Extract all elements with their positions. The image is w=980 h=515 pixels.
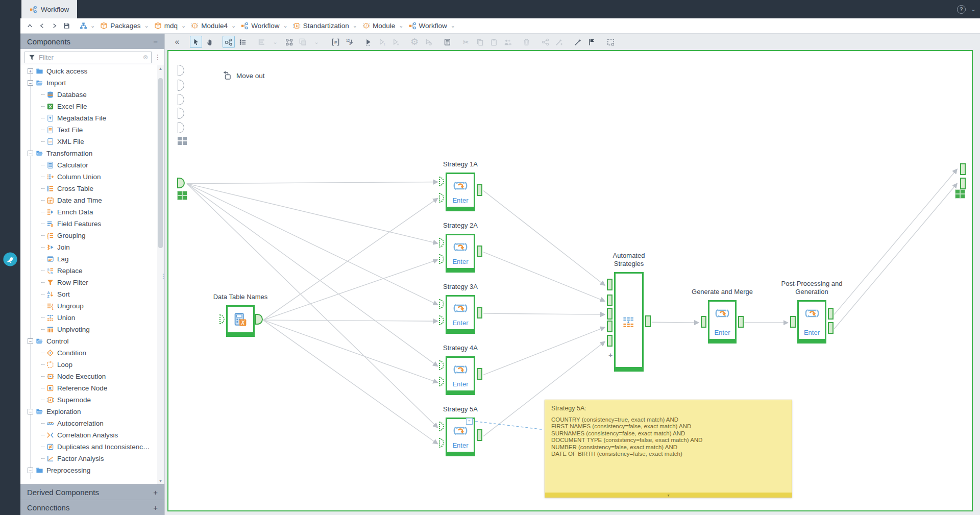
tree-item-date-and-time[interactable]: Date and Time [20,194,164,206]
renumber-button[interactable]: # [329,36,341,48]
cut-button[interactable]: ✂ [460,36,472,48]
port-group-icon[interactable] [178,137,187,145]
canvas-overflow-handle[interactable]: … [574,509,582,515]
chevron-down-icon[interactable]: ⌄ [181,22,186,29]
align-button[interactable] [255,36,267,48]
node-input-port[interactable] [439,299,444,309]
node-input-port[interactable] [439,238,444,248]
node-strategy-4a[interactable]: Enter [446,356,475,395]
tree-item-field-features[interactable]: Field Features [20,218,164,230]
add-derived-icon[interactable]: + [153,488,158,497]
tree-item-factor-analysis[interactable]: Factor Analysis [20,453,164,464]
tree-expander-icon[interactable]: − [28,468,33,473]
move-out-control[interactable]: Move out [222,70,265,81]
canvas-input-port[interactable] [177,178,185,188]
node-output-port[interactable] [645,315,651,327]
tree-item-column-union[interactable]: Column Union [20,171,164,183]
node-input-port[interactable] [439,254,444,264]
copy-button[interactable] [474,36,486,48]
node-output-port[interactable] [477,368,482,380]
tree-item-lag[interactable]: Lag [20,253,164,265]
node-strategy-2a[interactable]: Enter [446,234,475,273]
panel-splitter[interactable]: ⋮ [160,273,164,280]
run-button[interactable] [362,36,374,48]
add-connection-icon[interactable]: + [153,503,158,512]
canvas-input-port[interactable] [178,80,184,91]
tree-item-sort[interactable]: AZSort [20,288,164,300]
chevron-down-icon[interactable]: ⌄ [144,22,149,29]
node-output-port[interactable] [255,314,263,325]
tree-expander-icon[interactable]: + [28,68,33,74]
breadcrumb-item-workflow[interactable]: Workflow⌄ [241,22,287,30]
canvas-input-port[interactable] [178,108,184,119]
node-input-port[interactable] [439,422,444,431]
filter-input[interactable] [39,54,140,61]
tree-item-join[interactable]: Join [20,241,164,253]
node-enter-link[interactable]: Enter [447,197,474,204]
node-output-port[interactable] [477,184,482,196]
add-port-icon[interactable]: + [608,351,612,359]
node-input-port[interactable] [607,279,612,290]
breadcrumb-item-packages[interactable]: Packages⌄ [100,22,149,30]
port-group-icon[interactable] [178,191,187,200]
node-output-port[interactable] [738,316,744,328]
canvas-input-port[interactable] [178,94,184,105]
cursor-button[interactable] [190,36,202,48]
node-input-port[interactable] [439,377,444,386]
tree-item-control[interactable]: −Control [20,335,164,347]
canvas-output-port[interactable] [960,178,966,189]
hand-button[interactable] [204,36,216,48]
node-input-port[interactable] [439,177,444,186]
tree-expander-icon[interactable]: − [28,151,33,156]
paste-button[interactable] [487,36,500,48]
node-input-port[interactable] [790,316,796,328]
tree-item-row-filter[interactable]: Row Filter [20,277,164,288]
derived-components-header[interactable]: Derived Components + [20,484,164,500]
tree-item-replace[interactable]: abReplace [20,265,164,277]
chevron-down-icon[interactable]: ⌄ [353,22,357,29]
node-output-port[interactable] [477,429,482,441]
run-node-button[interactable]: 1 [376,36,388,48]
scroll-up-icon[interactable]: ▲ [157,66,164,71]
node-input-port[interactable] [439,360,444,370]
tree-item-transformation[interactable]: −Transformation [20,148,164,159]
scrollbar-thumb[interactable] [158,78,163,248]
tree-item-unpivoting[interactable]: Unpivoting [20,324,164,335]
tree-item-union[interactable]: Union [20,312,164,324]
tree-item-correlation-analysis[interactable]: Correlation Analysis [20,429,164,441]
wand-button[interactable] [572,36,584,48]
notes-button[interactable] [441,36,453,48]
wand-add-button[interactable] [553,36,565,48]
tree-item-cross-table[interactable]: Cross Table [20,183,164,194]
node-output-port[interactable] [477,307,482,318]
filter-menu-icon[interactable]: ⋮ [154,53,161,61]
save-button[interactable] [60,20,72,32]
gear-button[interactable]: ⚙ [408,36,421,48]
node-generate-and-merge[interactable]: Enter [708,300,737,344]
copy-settings-button[interactable] [297,36,309,48]
node-input-port[interactable] [439,438,444,448]
node-input-port[interactable] [701,316,706,328]
people-button[interactable] [501,36,513,48]
list-view-button[interactable] [236,36,249,48]
trash-button[interactable] [520,36,532,48]
node-enter-link[interactable]: Enter [447,442,474,449]
run-settings-button[interactable] [422,36,434,48]
sort-order-button[interactable]: 123 [343,36,355,48]
tree-item-duplicates-and-inconsistenc[interactable]: Duplicates and Inconsistenc… [20,441,164,453]
canvas-input-port[interactable] [178,122,184,133]
tree-item-autocorrelation[interactable]: Autocorrelation [20,418,164,429]
node-input-port[interactable] [219,314,225,324]
node-enter-link[interactable]: Enter [447,380,474,388]
tree-item-reference-node[interactable]: Reference Node [20,382,164,394]
tree-item-preprocessing[interactable]: −Preprocessing [20,464,164,476]
tab-workflow[interactable]: Workflow [21,0,77,18]
workflow-canvas[interactable]: Move out XData Table NamesEnterStrategy … [167,50,973,511]
tree-item-excel-file[interactable]: XExcel File [20,101,164,112]
help-icon[interactable]: ? [957,5,966,14]
tree-item-node-execution[interactable]: Node Execution [20,371,164,382]
clear-filter-icon[interactable]: ⊗ [143,54,148,61]
nav-forward-button[interactable] [48,20,60,32]
note-strategy-5a[interactable]: Strategy 5A:COUNTRY (consistency=true, e… [545,400,792,498]
breadcrumb-item-workflow[interactable]: Workflow⌄ [409,22,455,30]
